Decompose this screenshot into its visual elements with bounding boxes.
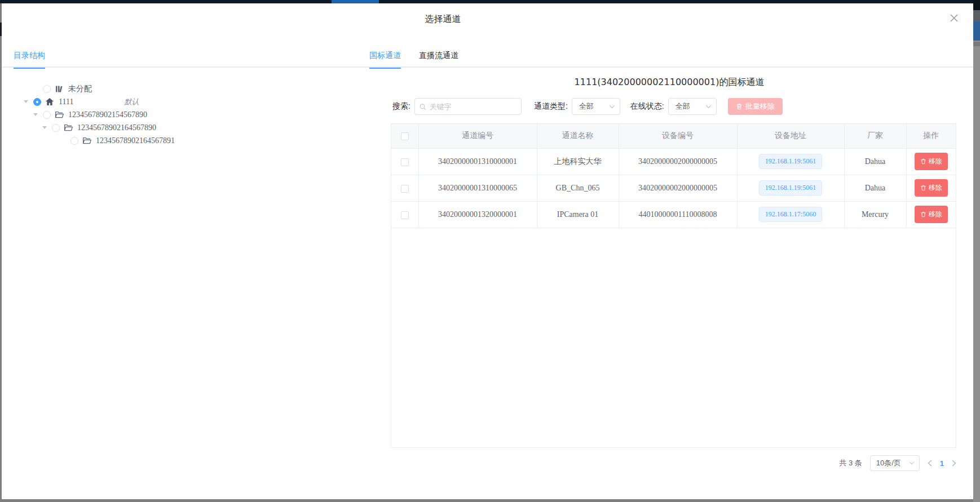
tree-node-label: 未分配 <box>68 84 92 94</box>
channel-table-wrap: 通道编号 通道名称 设备编号 设备地址 厂家 操作 34020000001310… <box>391 123 956 448</box>
dialog-title: 选择通道 <box>2 14 884 25</box>
tree-node-folder-3[interactable]: 12345678902164567891 <box>2 134 368 147</box>
remove-button[interactable]: 移除 <box>915 153 948 170</box>
cell-channel-name: IPCamera 01 <box>537 201 619 228</box>
row-checkbox[interactable] <box>401 158 409 166</box>
header-device-id: 设备编号 <box>619 124 737 148</box>
cell-vendor: Dahua <box>844 175 906 201</box>
expand-caret-icon[interactable] <box>33 111 43 118</box>
search-icon <box>420 103 426 110</box>
remove-label: 移除 <box>929 210 942 219</box>
header-vendor: 厂家 <box>844 124 906 148</box>
header-channel-id: 通道编号 <box>418 124 537 148</box>
scrollbar-top <box>973 0 980 10</box>
radio-folder-3[interactable] <box>70 137 78 145</box>
tree-node-default-badge: 默认 <box>124 97 139 107</box>
panel-heading: 1111(34020000002110000001)的国标通道 <box>371 77 968 88</box>
row-checkbox[interactable] <box>401 185 409 193</box>
remove-label: 移除 <box>929 157 942 166</box>
trash-icon <box>920 211 926 217</box>
prev-page-button[interactable] <box>928 460 932 467</box>
cell-channel-name: GB_Chn_065 <box>537 175 619 201</box>
online-status-select[interactable]: 全部 <box>668 98 717 115</box>
cell-channel-id: 34020000001310000001 <box>418 148 537 175</box>
page-number-1[interactable]: 1 <box>940 459 944 468</box>
chevron-down-icon <box>909 461 915 465</box>
online-status-label: 在线状态: <box>630 101 664 112</box>
channel-type-value: 全部 <box>579 101 594 112</box>
device-address-tag: 192.168.1.19:5061 <box>759 180 822 196</box>
online-status-value: 全部 <box>676 101 690 112</box>
cell-device-id: 44010000001110008008 <box>619 201 737 228</box>
search-box <box>414 98 522 115</box>
gb-channel-panel: 1111(34020000002110000001)的国标通道 搜索: 通道类型… <box>371 70 968 471</box>
page-size-select[interactable]: 10条/页 <box>870 455 920 471</box>
browser-scrollbar[interactable] <box>973 0 980 502</box>
tree-node-label: 12345678902164567890 <box>77 123 156 132</box>
cell-vendor: Mercury <box>844 201 906 228</box>
close-icon[interactable] <box>948 12 960 24</box>
channel-type-select[interactable]: 全部 <box>572 98 620 115</box>
cell-vendor: Dahua <box>844 148 906 175</box>
cell-device-id: 34020000002000000005 <box>619 148 737 175</box>
tree-node-folder-2[interactable]: 12345678902164567890 <box>2 121 368 134</box>
trash-icon <box>920 185 926 191</box>
batch-remove-label: 批量移除 <box>745 101 775 112</box>
search-input[interactable] <box>430 103 517 111</box>
scrollbar-track-band <box>973 42 980 46</box>
tab-live-stream-channel[interactable]: 直播流通道 <box>419 51 458 68</box>
tabs-separator-line <box>2 66 973 68</box>
row-checkbox[interactable] <box>401 211 409 219</box>
batch-remove-button[interactable]: 批量移除 <box>728 98 783 115</box>
scrollbar-track-upper <box>973 10 980 21</box>
filter-row: 搜索: 通道类型: 全部 在线状态: 全部 <box>371 98 968 115</box>
table-row: 34020000001320000001 IPCamera 01 4401000… <box>391 201 956 228</box>
folder-icon <box>83 136 92 145</box>
page-bottom-edge <box>0 499 973 502</box>
table-row: 34020000001310000001 上地科实大华 340200000020… <box>391 148 956 175</box>
chevron-left-icon <box>928 460 932 467</box>
chevron-right-icon <box>952 460 956 467</box>
tree-node-1111[interactable]: 1111 默认 <box>2 95 368 108</box>
folder-icon <box>55 110 64 119</box>
home-icon <box>46 97 55 106</box>
select-channel-dialog: 选择通道 目录结构 国标通道 直播流通道 未分配 <box>2 3 973 499</box>
pagination: 共 3 条 10条/页 1 <box>371 455 968 471</box>
device-address-tag: 192.168.1.19:5061 <box>759 154 822 169</box>
remove-label: 移除 <box>929 183 942 193</box>
radio-unassigned[interactable] <box>43 85 51 93</box>
chevron-down-icon <box>609 105 615 109</box>
remove-button[interactable]: 移除 <box>915 206 948 223</box>
page-size-value: 10条/页 <box>876 458 901 468</box>
scrollbar-thumb[interactable] <box>973 21 980 41</box>
tree-node-label: 12345678902154567890 <box>68 110 147 119</box>
cell-channel-id: 34020000001320000001 <box>418 201 537 228</box>
table-header-row: 通道编号 通道名称 设备编号 设备地址 厂家 操作 <box>391 124 956 148</box>
folder-icon <box>64 123 73 132</box>
tab-gb-channel[interactable]: 国标通道 <box>369 51 401 69</box>
header-device-address: 设备地址 <box>737 124 844 148</box>
trash-icon <box>920 158 926 165</box>
tree-node-folder-1[interactable]: 12345678902154567890 <box>2 108 368 121</box>
select-all-checkbox[interactable] <box>401 132 409 140</box>
tree-node-unassigned[interactable]: 未分配 <box>2 82 368 95</box>
tab-directory-structure[interactable]: 目录结构 <box>14 51 45 69</box>
device-address-tag: 192.168.1.17:5060 <box>759 207 822 222</box>
cell-device-id: 34020000002000000005 <box>619 175 737 201</box>
radio-folder-2[interactable] <box>52 124 60 132</box>
radio-1111-checked[interactable] <box>33 98 41 106</box>
next-page-button[interactable] <box>952 460 956 467</box>
channel-table: 通道编号 通道名称 设备编号 设备地址 厂家 操作 34020000001310… <box>391 124 956 228</box>
expand-caret-icon[interactable] <box>42 124 52 131</box>
channel-type-label: 通道类型: <box>534 101 568 112</box>
expand-caret-icon[interactable] <box>24 98 33 105</box>
search-label: 搜索: <box>392 101 410 112</box>
remove-button[interactable]: 移除 <box>915 179 948 197</box>
radio-folder-1[interactable] <box>43 111 51 119</box>
tree-node-label: 1111 <box>59 97 73 106</box>
table-row: 34020000001310000065 GB_Chn_065 34020000… <box>391 175 956 201</box>
header-select-all <box>391 124 418 148</box>
cell-channel-id: 34020000001310000065 <box>418 175 537 201</box>
header-action: 操作 <box>906 124 956 148</box>
trash-icon <box>736 103 743 110</box>
